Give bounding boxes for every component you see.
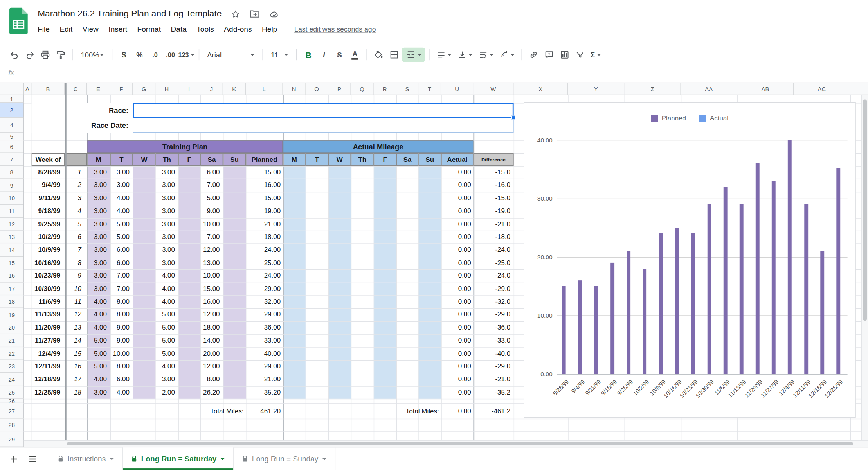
- plan-day-cell[interactable]: 3.00: [87, 269, 110, 282]
- doc-title[interactable]: Marathon 26.2 Training Plan and Log Temp…: [38, 9, 222, 19]
- difference-cell[interactable]: -18.0: [473, 231, 513, 244]
- column-header-T[interactable]: T: [418, 83, 441, 95]
- plan-day-header[interactable]: Th: [155, 153, 178, 166]
- difference-cell[interactable]: -21.0: [473, 218, 513, 231]
- row-header-12[interactable]: 12: [0, 218, 24, 231]
- column-header-J[interactable]: J: [200, 83, 223, 95]
- row-header-10[interactable]: 10: [0, 192, 24, 205]
- plan-day-cell[interactable]: 3.00: [87, 231, 110, 244]
- strikethrough-button[interactable]: S: [332, 48, 348, 62]
- week-num-cell[interactable]: 17: [65, 373, 87, 386]
- column-header-Q[interactable]: Q: [351, 83, 374, 95]
- row-header-25[interactable]: 25: [0, 386, 24, 399]
- planned-cell[interactable]: 33.00: [246, 334, 283, 347]
- week-of-cell[interactable]: 11/20/99: [32, 321, 65, 334]
- week-of-cell[interactable]: 12/4/99: [32, 347, 65, 360]
- row-header-1[interactable]: 1: [0, 95, 24, 103]
- plan-day-cell[interactable]: 18.00: [200, 321, 223, 334]
- row-header-9[interactable]: 9: [0, 179, 24, 192]
- actual-day-header[interactable]: F: [374, 153, 396, 166]
- week-num-cell[interactable]: 12: [65, 308, 87, 321]
- column-header-A[interactable]: A: [24, 83, 32, 95]
- week-num-cell[interactable]: 13: [65, 321, 87, 334]
- week-num-header[interactable]: [65, 153, 87, 166]
- planned-cell[interactable]: 35.20: [246, 386, 283, 399]
- planned-cell[interactable]: 29.00: [246, 282, 283, 295]
- total-planned-cell[interactable]: 461.20: [246, 403, 283, 419]
- menu-format[interactable]: Format: [132, 23, 166, 36]
- week-num-cell[interactable]: 9: [65, 269, 87, 282]
- spreadsheet-grid[interactable]: ABCEFGHIJKLNOPQRSTUWXYZAAABAC12456789101…: [0, 83, 868, 447]
- plan-day-cell[interactable]: 10.00: [110, 347, 133, 360]
- sheet-tab-instructions[interactable]: Instructions: [49, 447, 123, 470]
- plan-day-cell[interactable]: 5.00: [87, 334, 110, 347]
- column-header-O[interactable]: O: [306, 83, 328, 95]
- column-header-K[interactable]: K: [223, 83, 246, 95]
- week-of-cell[interactable]: 9/11/99: [32, 192, 65, 205]
- column-header-G[interactable]: G: [133, 83, 155, 95]
- planned-cell[interactable]: 24.00: [246, 244, 283, 257]
- plan-day-cell[interactable]: 5.00: [87, 347, 110, 360]
- actual-cell[interactable]: 0.00: [441, 321, 473, 334]
- plan-day-cell[interactable]: 14.00: [200, 334, 223, 347]
- print-button[interactable]: [38, 48, 53, 62]
- column-header-AA[interactable]: AA: [681, 83, 737, 95]
- text-wrap-button[interactable]: [475, 48, 497, 62]
- row-header-28[interactable]: 28: [0, 419, 24, 432]
- column-header-W[interactable]: W: [473, 83, 513, 95]
- plan-day-cell[interactable]: 5.00: [110, 218, 133, 231]
- column-header-end[interactable]: [850, 83, 868, 95]
- actual-cell[interactable]: 0.00: [441, 231, 473, 244]
- planned-cell[interactable]: 21.00: [246, 218, 283, 231]
- row-header-13[interactable]: 13: [0, 231, 24, 244]
- row-header-11[interactable]: 11: [0, 205, 24, 218]
- row-header-19[interactable]: 19: [0, 308, 24, 321]
- column-header-S[interactable]: S: [396, 83, 419, 95]
- plan-day-cell[interactable]: 4.00: [87, 321, 110, 334]
- actual-cell[interactable]: 0.00: [441, 360, 473, 373]
- planned-cell[interactable]: 29.00: [246, 308, 283, 321]
- week-num-cell[interactable]: 14: [65, 334, 87, 347]
- plan-day-cell[interactable]: 8.00: [110, 360, 133, 373]
- planned-cell[interactable]: 15.00: [246, 166, 283, 179]
- plan-day-cell[interactable]: 16.00: [200, 295, 223, 308]
- plan-day-cell[interactable]: 6.00: [110, 373, 133, 386]
- plan-day-cell[interactable]: 3.00: [87, 218, 110, 231]
- plan-day-header[interactable]: W: [133, 153, 155, 166]
- week-of-cell[interactable]: 9/18/99: [32, 205, 65, 218]
- actual-cell[interactable]: 0.00: [441, 218, 473, 231]
- planned-header[interactable]: Planned: [246, 153, 283, 166]
- plan-day-cell[interactable]: 8.00: [110, 295, 133, 308]
- week-num-cell[interactable]: 7: [65, 244, 87, 257]
- text-rotation-button[interactable]: A: [497, 48, 518, 62]
- sheet-tab-long-run-saturday[interactable]: Long Run = Saturday: [123, 447, 234, 470]
- plan-day-cell[interactable]: 3.00: [155, 205, 178, 218]
- difference-cell[interactable]: -29.0: [473, 308, 513, 321]
- plan-day-cell[interactable]: 3.00: [155, 257, 178, 269]
- menu-view[interactable]: View: [77, 23, 104, 36]
- actual-day-header[interactable]: W: [328, 153, 351, 166]
- row-header-20[interactable]: 20: [0, 321, 24, 334]
- insert-comment-button[interactable]: [542, 48, 557, 62]
- vertical-align-button[interactable]: [455, 48, 476, 62]
- actual-cell[interactable]: 0.00: [441, 192, 473, 205]
- difference-cell[interactable]: -29.0: [473, 282, 513, 295]
- all-sheets-button[interactable]: [23, 447, 42, 470]
- week-of-cell[interactable]: 9/25/99: [32, 218, 65, 231]
- column-header-U[interactable]: U: [441, 83, 473, 95]
- row-header-21[interactable]: 21: [0, 334, 24, 347]
- planned-cell[interactable]: 25.00: [246, 257, 283, 269]
- row-header-23[interactable]: 23: [0, 360, 24, 373]
- plan-day-cell[interactable]: 15.00: [200, 282, 223, 295]
- week-of-cell[interactable]: 8/28/99: [32, 166, 65, 179]
- plan-day-cell[interactable]: 5.00: [110, 231, 133, 244]
- font-select[interactable]: Arial: [203, 48, 258, 62]
- row-header-16[interactable]: 16: [0, 269, 24, 282]
- plan-day-cell[interactable]: 3.00: [87, 282, 110, 295]
- actual-cell[interactable]: 0.00: [441, 386, 473, 399]
- row-header-18[interactable]: 18: [0, 295, 24, 308]
- italic-button[interactable]: I: [316, 48, 332, 62]
- column-header-E[interactable]: E: [87, 83, 110, 95]
- week-num-cell[interactable]: 15: [65, 347, 87, 360]
- row-header-27[interactable]: 27: [0, 403, 24, 419]
